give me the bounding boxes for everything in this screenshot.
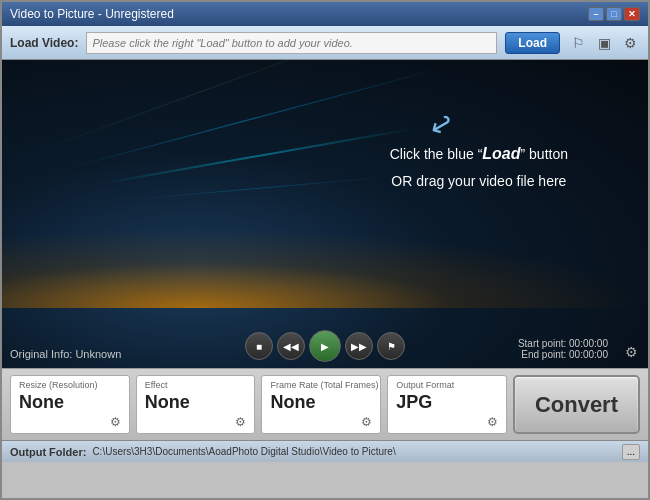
effect-value: None <box>145 392 247 414</box>
title-bar: Video to Picture - Unregistered – □ ✕ <box>2 2 648 26</box>
video-streaks <box>2 60 648 368</box>
framerate-control: Frame Rate (Total Frames) None ⚙ <box>261 375 381 434</box>
prev-frame-button[interactable]: ◀◀ <box>277 332 305 360</box>
end-point: End point: 00:00:00 <box>518 349 608 360</box>
video-area[interactable]: ↩ Click the blue “Load” button OR drag y… <box>2 60 648 368</box>
load-button[interactable]: Load <box>505 32 560 54</box>
header-icons: ⚐ ▣ ⚙ <box>568 33 640 53</box>
play-button[interactable]: ▶ <box>309 330 341 362</box>
next-frame-button[interactable]: ▶▶ <box>345 332 373 360</box>
hint-line2: OR drag your video file here <box>390 169 568 194</box>
output-folder-label: Output Folder: <box>10 446 86 458</box>
effect-control: Effect None ⚙ <box>136 375 256 434</box>
time-points: Start point: 00:00:00 End point: 00:00:0… <box>518 338 608 360</box>
output-folder-bar: Output Folder: C:\Users\3H3\Documents\Ao… <box>2 440 648 462</box>
close-button[interactable]: ✕ <box>624 7 640 21</box>
resize-control: Resize (Resolution) None ⚙ <box>10 375 130 434</box>
effect-label: Effect <box>145 380 247 390</box>
browse-folder-button[interactable]: ... <box>622 444 640 460</box>
resize-gear-icon[interactable]: ⚙ <box>110 415 121 429</box>
bookmark-icon[interactable]: ⚐ <box>568 33 588 53</box>
framerate-gear-icon[interactable]: ⚙ <box>361 415 372 429</box>
mark-button[interactable]: ⚑ <box>377 332 405 360</box>
resize-label: Resize (Resolution) <box>19 380 121 390</box>
settings-icon[interactable]: ⚙ <box>620 33 640 53</box>
maximize-button[interactable]: □ <box>606 7 622 21</box>
output-format-value: JPG <box>396 392 498 414</box>
convert-button[interactable]: Convert <box>513 375 640 434</box>
output-format-label: Output Format <box>396 380 498 390</box>
resize-value: None <box>19 392 121 414</box>
stop-button[interactable]: ■ <box>245 332 273 360</box>
start-point: Start point: 00:00:00 <box>518 338 608 349</box>
minimize-button[interactable]: – <box>588 7 604 21</box>
load-bar: Load Video: Load ⚐ ▣ ⚙ <box>2 26 648 60</box>
video-path-input[interactable] <box>86 32 497 54</box>
original-info: Original Info: Unknown <box>10 348 121 360</box>
bottom-controls: Resize (Resolution) None ⚙ Effect None ⚙… <box>2 368 648 440</box>
output-folder-path: C:\Users\3H3\Documents\AoadPhoto Digital… <box>92 446 615 457</box>
framerate-label: Frame Rate (Total Frames) <box>270 380 372 390</box>
load-label: Load Video: <box>10 36 78 50</box>
window-controls: – □ ✕ <box>588 7 640 21</box>
time-gear-icon[interactable]: ⚙ <box>625 344 638 360</box>
framerate-value: None <box>270 392 372 414</box>
output-format-gear-icon[interactable]: ⚙ <box>487 415 498 429</box>
output-format-control: Output Format JPG ⚙ <box>387 375 507 434</box>
hint-line1: Click the blue “Load” button <box>390 140 568 169</box>
effect-gear-icon[interactable]: ⚙ <box>235 415 246 429</box>
window-title: Video to Picture - Unregistered <box>10 7 174 21</box>
load-hint: ↩ Click the blue “Load” button OR drag y… <box>390 140 568 194</box>
window-icon[interactable]: ▣ <box>594 33 614 53</box>
playback-controls: ■ ◀◀ ▶ ▶▶ ⚑ <box>245 330 405 362</box>
